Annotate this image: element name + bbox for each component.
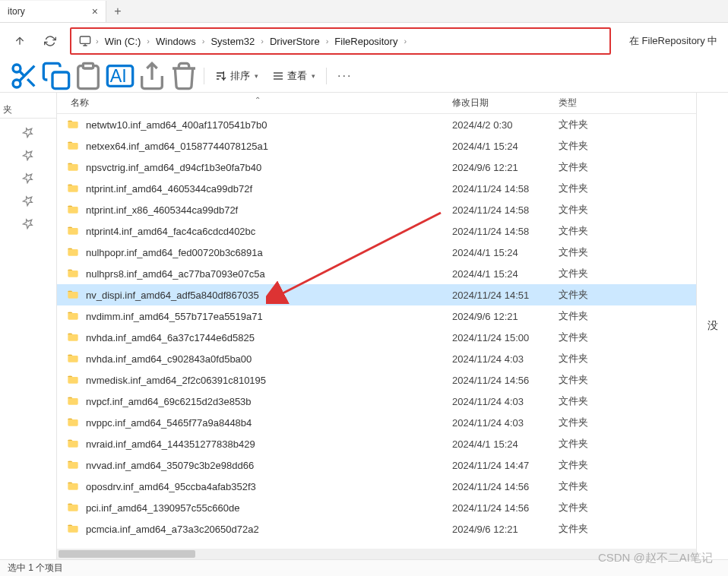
- file-date: 2024/11/24 4:03: [452, 353, 559, 365]
- address-bar[interactable]: › Win (C:)›Windows›System32›DriverStore›…: [70, 27, 611, 55]
- file-name: nulhpopr.inf_amd64_fed00720b3c6891a: [86, 247, 263, 258]
- table-row[interactable]: nulhprs8.inf_amd64_ac77ba7093e07c5a2024/…: [57, 263, 696, 284]
- file-date: 2024/11/24 14:51: [452, 290, 559, 301]
- sidebar-label: 夹: [0, 100, 56, 122]
- file-name: ntprint4.inf_amd64_fac4ca6cdcd402bc: [86, 226, 255, 237]
- file-type: 文件夹: [559, 288, 696, 302]
- horizontal-scrollbar[interactable]: [57, 549, 696, 559]
- file-name: pci.inf_amd64_1390957c55c660de: [86, 502, 239, 514]
- pin-icon[interactable]: [22, 149, 34, 161]
- file-type: 文件夹: [559, 437, 696, 451]
- breadcrumb-segment[interactable]: DriverStore: [265, 36, 324, 47]
- toolbar: AI 排序 ▾ 查看 ▾ ···: [0, 59, 728, 93]
- chevron-right-icon[interactable]: ›: [94, 36, 100, 46]
- table-row[interactable]: nvdimm.inf_amd64_557b717ea5519a712024/9/…: [57, 305, 696, 327]
- refresh-button[interactable]: [36, 27, 64, 55]
- separator: [204, 68, 204, 84]
- sort-label: 排序: [230, 69, 250, 83]
- view-label: 查看: [287, 69, 307, 83]
- chevron-down-icon: ▾: [312, 72, 315, 80]
- file-name: nvhda.inf_amd64_c902843a0fd5ba00: [86, 353, 252, 365]
- table-row[interactable]: nulhpopr.inf_amd64_fed00720b3c6891a2024/…: [57, 242, 696, 263]
- chevron-right-icon[interactable]: ›: [145, 36, 151, 46]
- file-name: nvdimm.inf_amd64_557b717ea5519a71: [86, 311, 263, 322]
- file-type: 文件夹: [559, 479, 696, 493]
- table-row[interactable]: nvvad.inf_amd64_35079c3b2e98dd662024/11/…: [57, 454, 696, 476]
- file-date: 2024/11/24 14:56: [452, 502, 559, 514]
- copy-button[interactable]: [41, 63, 71, 89]
- svg-rect-4: [83, 63, 93, 68]
- table-row[interactable]: oposdrv.inf_amd64_95ccba4afab352f32024/1…: [57, 476, 696, 497]
- file-date: 2024/4/2 0:30: [452, 119, 559, 131]
- file-list: 名称 ⌃ 修改日期 类型 netwtw10.inf_amd64_400af117…: [57, 93, 696, 559]
- table-row[interactable]: nvmedisk.inf_amd64_2f2c06391c8101952024/…: [57, 369, 696, 391]
- breadcrumb-segment[interactable]: Win (C:): [100, 36, 146, 47]
- table-row[interactable]: nvppc.inf_amd64_5465f77a9a8448b42024/11/…: [57, 412, 696, 433]
- header-type[interactable]: 类型: [559, 97, 696, 109]
- breadcrumb-segment[interactable]: Windows: [151, 36, 201, 47]
- status-bar: 选中 1 个项目: [0, 559, 728, 576]
- file-type: 文件夹: [559, 160, 696, 174]
- up-button[interactable]: [6, 27, 33, 55]
- file-type: 文件夹: [559, 267, 696, 280]
- table-row[interactable]: ntprint.inf_amd64_4605344ca99db72f2024/1…: [57, 178, 696, 199]
- file-type: 文件夹: [559, 309, 696, 323]
- rename-button[interactable]: AI: [105, 63, 135, 89]
- breadcrumb-segment[interactable]: FileRepository: [330, 36, 402, 47]
- table-row[interactable]: nv_dispi.inf_amd64_adf5a840df8670352024/…: [57, 284, 696, 305]
- header-name[interactable]: 名称 ⌃: [57, 97, 452, 109]
- table-row[interactable]: pcmcia.inf_amd64_a73a3c20650d72a22024/9/…: [57, 518, 696, 540]
- tab-active[interactable]: itory ×: [0, 1, 106, 22]
- more-button[interactable]: ···: [331, 69, 358, 83]
- pin-icon[interactable]: [22, 217, 34, 229]
- svg-rect-3: [52, 72, 69, 89]
- file-date: 2024/4/1 15:24: [452, 268, 559, 280]
- sidebar: 夹: [0, 93, 57, 559]
- close-icon[interactable]: ×: [86, 5, 98, 17]
- monitor-icon[interactable]: [76, 30, 94, 52]
- sort-dropdown[interactable]: 排序 ▾: [209, 63, 264, 89]
- status-text: 选中 1 个项目: [8, 562, 63, 574]
- table-row[interactable]: ntprint4.inf_amd64_fac4ca6cdcd402bc2024/…: [57, 220, 696, 242]
- file-date: 2024/11/24 15:00: [452, 332, 559, 343]
- file-name: pcmcia.inf_amd64_a73a3c20650d72a2: [86, 524, 259, 535]
- table-row[interactable]: ntprint.inf_x86_4605344ca99db72f2024/11/…: [57, 199, 696, 220]
- view-dropdown[interactable]: 查看 ▾: [266, 63, 321, 89]
- sort-indicator-icon: ⌃: [255, 96, 261, 104]
- table-row[interactable]: netwtw10.inf_amd64_400af1170541b7b02024/…: [57, 114, 696, 135]
- table-row[interactable]: netxex64.inf_amd64_01587744078125a12024/…: [57, 135, 696, 157]
- paste-button[interactable]: [73, 63, 103, 89]
- add-tab-button[interactable]: +: [106, 1, 129, 22]
- file-type: 文件夹: [559, 394, 696, 408]
- table-row[interactable]: nvhda.inf_amd64_6a37c1744e6d58252024/11/…: [57, 327, 696, 348]
- file-type: 文件夹: [559, 224, 696, 238]
- file-name: npsvctrig.inf_amd64_d94cf1b3e0fa7b40: [86, 162, 261, 173]
- file-date: 2024/11/24 14:56: [452, 375, 559, 386]
- tab-title: itory: [8, 6, 25, 17]
- chevron-right-icon[interactable]: ›: [259, 36, 265, 46]
- table-row[interactable]: pci.inf_amd64_1390957c55c660de2024/11/24…: [57, 497, 696, 518]
- file-type: 文件夹: [559, 458, 696, 472]
- delete-button[interactable]: [169, 63, 199, 89]
- chevron-right-icon[interactable]: ›: [201, 36, 207, 46]
- pin-icon[interactable]: [22, 195, 34, 207]
- breadcrumb-segment[interactable]: System32: [206, 36, 259, 47]
- file-type: 文件夹: [559, 331, 696, 344]
- chevron-right-icon[interactable]: ›: [402, 36, 408, 46]
- file-name: nvppc.inf_amd64_5465f77a9a8448b4: [86, 417, 252, 429]
- pin-icon[interactable]: [22, 172, 34, 184]
- file-date: 2024/11/24 4:03: [452, 396, 559, 407]
- table-row[interactable]: nvpcf.inf_amd64_69c6215d2d3e853b2024/11/…: [57, 391, 696, 412]
- file-date: 2024/11/24 14:47: [452, 460, 559, 471]
- search-input[interactable]: 在 FileRepository 中: [623, 34, 722, 48]
- table-row[interactable]: nvraid.inf_amd64_144351277838b4292024/4/…: [57, 433, 696, 454]
- column-headers: 名称 ⌃ 修改日期 类型: [57, 93, 696, 114]
- share-button[interactable]: [137, 63, 167, 89]
- header-date[interactable]: 修改日期: [452, 97, 559, 109]
- pin-icon[interactable]: [22, 126, 34, 138]
- cut-button[interactable]: [9, 63, 40, 89]
- file-type: 文件夹: [559, 203, 696, 217]
- chevron-right-icon[interactable]: ›: [324, 36, 331, 46]
- table-row[interactable]: npsvctrig.inf_amd64_d94cf1b3e0fa7b402024…: [57, 157, 696, 178]
- table-row[interactable]: nvhda.inf_amd64_c902843a0fd5ba002024/11/…: [57, 348, 696, 369]
